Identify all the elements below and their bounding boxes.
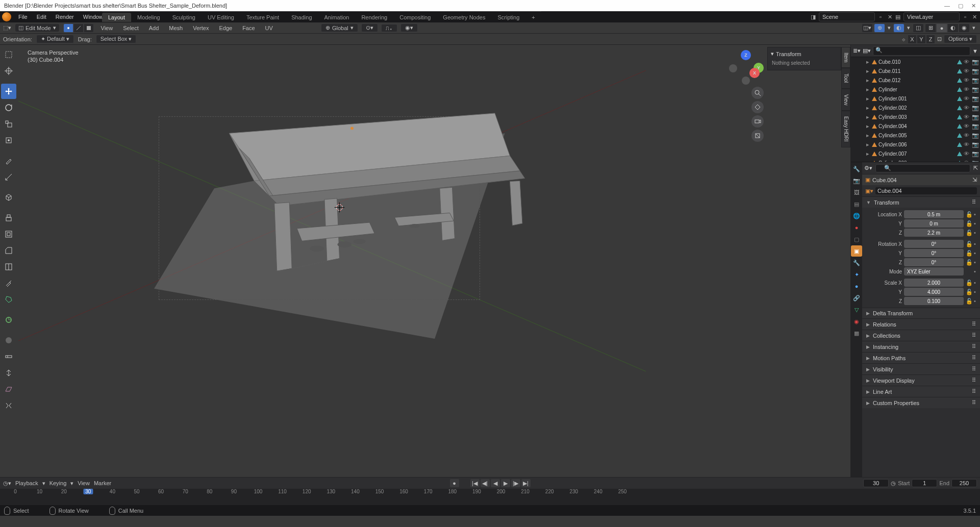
outliner-item[interactable]: ▸Cube.011👁📷 [851,66,980,76]
render-icon[interactable]: 📷 [972,59,978,65]
tab-collection-props[interactable]: ▢ [851,234,862,245]
animate-icon[interactable]: • [974,298,978,304]
outliner-editor-icon[interactable]: ≣▾ [853,47,861,54]
panel-header[interactable]: ▶Relations⠿ [862,319,980,330]
outliner-item[interactable]: ▸Cylinder.001👁📷 [851,94,980,103]
axis-neg-button[interactable] [742,77,750,85]
scene-input[interactable] [819,12,875,21]
render-icon[interactable]: 📷 [972,141,978,148]
expand-icon[interactable]: ▸ [865,59,870,65]
menu-marker[interactable]: Marker [94,480,111,486]
maximize-icon[interactable]: ▢ [958,3,963,9]
tab-animation[interactable]: Animation [318,13,356,22]
render-icon[interactable]: 📷 [972,95,978,102]
tool-select-box[interactable] [1,47,16,62]
scale-x-field[interactable]: 2.000 [904,279,964,287]
lock-icon[interactable]: 🔓 [966,220,972,227]
menu-uv[interactable]: UV [262,24,276,32]
lock-icon[interactable]: 🔓 [966,241,972,247]
panel-header[interactable]: ▶Motion Paths⠿ [862,353,980,363]
n-panel-header[interactable]: ▾ Transform [770,49,839,58]
lock-icon[interactable]: 🔓 [966,250,972,257]
tool-measure[interactable] [1,169,16,185]
tab-texture-paint[interactable]: Texture Paint [240,13,285,22]
animate-icon[interactable]: • [974,241,978,247]
editor-type-icon[interactable]: ⬚▾ [3,24,11,31]
render-icon[interactable]: 📷 [972,86,978,93]
perspective-button[interactable] [751,130,764,142]
tool-rotate[interactable] [1,100,16,115]
menu-file[interactable]: File [14,12,32,21]
expand-icon[interactable]: ▸ [865,123,870,130]
panel-menu-icon[interactable]: ⠿ [972,388,976,395]
panel-menu-icon[interactable]: ⠿ [972,377,976,384]
animate-icon[interactable]: • [974,220,978,227]
new-viewlayer-icon[interactable]: ▫ [962,13,969,20]
new-scene-icon[interactable]: ▫ [877,13,884,20]
shading-wireframe-button[interactable]: ⊞ [925,23,936,33]
axis-z-button[interactable]: Z [926,35,935,44]
menu-view[interactable]: View [98,24,116,32]
outliner-search[interactable]: 🔍 [873,46,970,56]
tool-loop-cut[interactable] [1,259,16,274]
menu-vertex[interactable]: Vertex [190,24,212,32]
outliner-item[interactable]: ▸Cylinder.007👁📷 [851,149,980,158]
chevron-down-icon[interactable]: ▾ [971,24,977,31]
eye-icon[interactable]: 👁 [964,123,970,130]
transform-orientation[interactable]: ⊕ Global ▾ [321,23,358,32]
delete-scene-icon[interactable]: ✕ [886,13,893,20]
tab-uv-editing[interactable]: UV Editing [202,13,240,22]
tab-compositing[interactable]: Compositing [393,13,437,22]
scene-selector[interactable]: ◨ ▫ ✕ [810,12,893,21]
shading-rendered-button[interactable]: ◉ [959,23,970,33]
3d-viewport[interactable]: Camera Perspective (30) Cube.004 [18,45,850,477]
outliner-item[interactable]: ▸Cylinder.005👁📷 [851,131,980,140]
viewlayer-selector[interactable]: ▤ ▫ ✕ [894,12,978,21]
menu-add[interactable]: Add [146,24,162,32]
drag-dropdown[interactable]: Select Box ▾ [96,35,137,43]
pan-button[interactable] [751,101,764,113]
tab-sculpting[interactable]: Sculpting [166,13,202,22]
menu-view[interactable]: View [78,480,90,486]
panel-header[interactable]: ▶Delta Transform [862,308,980,318]
tab-rendering[interactable]: Rendering [355,13,393,22]
mesh-edit-mode-icon[interactable]: ◫▾ [862,23,873,33]
outliner-item[interactable]: ▸Cube.012👁📷 [851,76,980,85]
tab-physics-props[interactable]: ● [851,281,862,292]
start-frame-field[interactable]: 1 [912,479,937,487]
face-select-button[interactable] [84,23,94,33]
tab-item[interactable]: Item [841,47,850,68]
tool-move[interactable] [1,84,16,99]
tab-easy-hdri[interactable]: Easy HDRI [841,111,850,147]
shading-matpreview-button[interactable]: ◐ [947,23,959,33]
tab-material-props[interactable]: ◉ [851,316,862,327]
expand-icon[interactable]: ▸ [865,114,870,120]
animate-icon[interactable]: • [974,230,978,236]
menu-render[interactable]: Render [52,12,78,21]
end-frame-field[interactable]: 250 [951,479,977,487]
delete-viewlayer-icon[interactable]: ✕ [971,13,978,20]
tab-scene-props[interactable]: 🌐 [851,210,862,221]
outliner-item[interactable]: ▸Cylinder.002👁📷 [851,103,980,112]
tool-transform[interactable] [1,133,16,148]
tool-extrude-region[interactable] [1,210,16,225]
axis-x-button[interactable]: X [908,35,917,44]
play-button[interactable]: ▶ [501,479,510,487]
orientation-dropdown[interactable]: ✦ Default ▾ [36,35,74,43]
current-frame-field[interactable]: 30 [863,479,889,487]
expand-icon[interactable]: ▸ [865,86,870,93]
rotation-mode-field[interactable]: XYZ Euler [904,267,964,275]
panel-header[interactable]: ▶Visibility⠿ [862,364,980,374]
filter-icon[interactable]: ▼ [972,48,978,54]
tab-world-props[interactable]: ● [851,222,862,233]
render-icon[interactable]: 📷 [972,150,978,157]
proportional-edit[interactable]: ◉▾ [400,23,418,32]
tool-shear[interactable] [1,382,16,397]
panel-menu-icon[interactable]: ⠿ [972,399,976,406]
mode-selector[interactable]: ◫ Edit Mode ▾ [15,24,59,32]
axis-x-button[interactable]: X [749,68,760,78]
pin-icon[interactable]: ⇲ [972,177,977,183]
render-icon[interactable]: 📷 [972,123,978,130]
tab-shading[interactable]: Shading [285,13,318,22]
panel-menu-icon[interactable]: ⠿ [972,366,976,372]
